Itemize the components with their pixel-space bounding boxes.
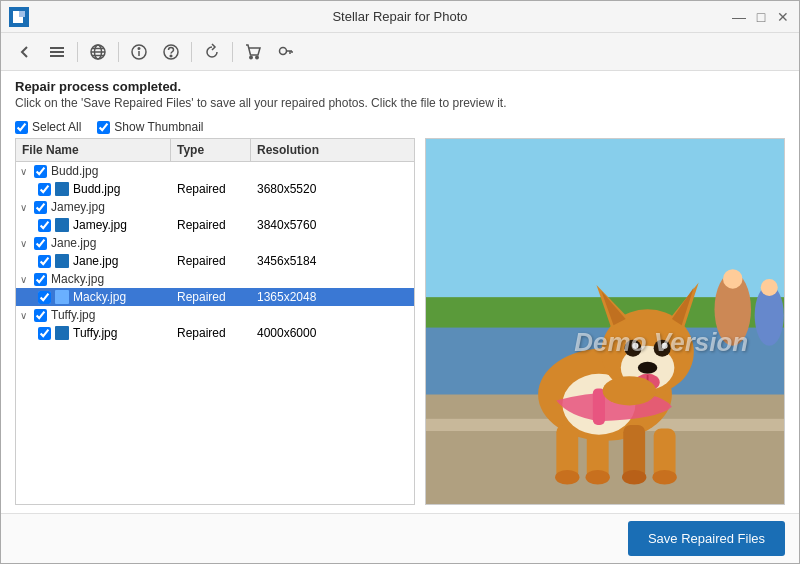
file-type: Repaired <box>171 182 251 196</box>
col-resolution: Resolution <box>251 139 351 161</box>
svg-point-14 <box>250 56 252 58</box>
file-type: Repaired <box>171 218 251 232</box>
file-icon <box>55 254 69 268</box>
window-controls: — □ ✕ <box>731 9 791 25</box>
file-icon <box>55 326 69 340</box>
show-thumbnail-label[interactable]: Show Thumbnail <box>97 120 203 134</box>
chevron-icon: ∨ <box>20 202 30 213</box>
file-resolution: 1365x2048 <box>251 290 351 304</box>
svg-point-15 <box>256 56 258 58</box>
group-checkbox[interactable] <box>34 165 47 178</box>
select-all-checkbox[interactable] <box>15 121 28 134</box>
svg-point-13 <box>170 55 172 57</box>
svg-point-46 <box>654 340 671 357</box>
group-row[interactable]: ∨ Budd.jpg <box>16 162 414 180</box>
file-resolution: 3840x5760 <box>251 218 351 232</box>
svg-point-48 <box>662 343 668 349</box>
group-name: Macky.jpg <box>51 272 104 286</box>
file-checkbox[interactable] <box>38 183 51 196</box>
file-name-cell: Budd.jpg <box>16 182 171 196</box>
file-name: Budd.jpg <box>73 182 120 196</box>
file-resolution: 3456x5184 <box>251 254 351 268</box>
file-checkbox[interactable] <box>38 291 51 304</box>
group-name: Budd.jpg <box>51 164 98 178</box>
group-name: Jamey.jpg <box>51 200 105 214</box>
file-row[interactable]: Jamey.jpg Repaired 3840x5760 <box>16 216 414 234</box>
minimize-button[interactable]: — <box>731 9 747 25</box>
chevron-icon: ∨ <box>20 310 30 321</box>
bottom-bar: Save Repaired Files <box>1 513 799 563</box>
file-list-header: File Name Type Resolution <box>16 139 414 162</box>
info-button[interactable] <box>125 38 153 66</box>
chevron-icon: ∨ <box>20 238 30 249</box>
maximize-button[interactable]: □ <box>753 9 769 25</box>
svg-point-36 <box>622 470 646 485</box>
group-checkbox[interactable] <box>34 201 47 214</box>
file-row-selected[interactable]: Macky.jpg Repaired 1365x2048 <box>16 288 414 306</box>
svg-point-53 <box>603 376 657 405</box>
chevron-icon: ∨ <box>20 166 30 177</box>
svg-point-45 <box>624 340 641 357</box>
group-row[interactable]: ∨ Tuffy.jpg <box>16 306 414 324</box>
svg-point-26 <box>723 269 742 288</box>
preview-image <box>426 139 784 504</box>
svg-point-16 <box>280 47 287 54</box>
group-checkbox[interactable] <box>34 309 47 322</box>
separator-3 <box>191 42 192 62</box>
menu-button[interactable] <box>43 38 71 66</box>
help-button[interactable] <box>157 38 185 66</box>
svg-point-49 <box>638 362 657 374</box>
file-row[interactable]: Jane.jpg Repaired 3456x5184 <box>16 252 414 270</box>
close-button[interactable]: ✕ <box>775 9 791 25</box>
file-row[interactable]: Budd.jpg Repaired 3680x5520 <box>16 180 414 198</box>
main-window: Stellar Repair for Photo — □ ✕ <box>0 0 800 564</box>
separator-4 <box>232 42 233 62</box>
svg-rect-2 <box>50 51 64 53</box>
file-name: Tuffy.jpg <box>73 326 117 340</box>
group-checkbox[interactable] <box>34 273 47 286</box>
file-checkbox[interactable] <box>38 327 51 340</box>
file-name: Jane.jpg <box>73 254 118 268</box>
group-row[interactable]: ∨ Jane.jpg <box>16 234 414 252</box>
file-name: Jamey.jpg <box>73 218 127 232</box>
group-name: Tuffy.jpg <box>51 308 95 322</box>
file-resolution: 3680x5520 <box>251 182 351 196</box>
col-type: Type <box>171 139 251 161</box>
group-checkbox[interactable] <box>34 237 47 250</box>
file-type: Repaired <box>171 326 251 340</box>
file-icon <box>55 182 69 196</box>
group-row[interactable]: ∨ Macky.jpg <box>16 270 414 288</box>
file-checkbox[interactable] <box>38 219 51 232</box>
file-name-cell: Macky.jpg <box>16 290 171 304</box>
key-button[interactable] <box>271 38 299 66</box>
file-list-body: ∨ Budd.jpg Budd.jpg Repaired 3680x5520 ∨ <box>16 162 414 504</box>
file-resolution: 4000x6000 <box>251 326 351 340</box>
title-bar: Stellar Repair for Photo — □ ✕ <box>1 1 799 33</box>
file-type: Repaired <box>171 254 251 268</box>
svg-point-34 <box>555 470 579 485</box>
svg-rect-1 <box>50 47 64 49</box>
file-icon <box>55 218 69 232</box>
show-thumbnail-checkbox[interactable] <box>97 121 110 134</box>
select-all-text: Select All <box>32 120 81 134</box>
group-name: Jane.jpg <box>51 236 96 250</box>
app-title: Stellar Repair for Photo <box>332 9 467 24</box>
file-name-cell: Jamey.jpg <box>16 218 171 232</box>
show-thumbnail-text: Show Thumbnail <box>114 120 203 134</box>
svg-point-11 <box>138 47 140 49</box>
refresh-button[interactable] <box>198 38 226 66</box>
file-checkbox[interactable] <box>38 255 51 268</box>
back-button[interactable] <box>11 38 39 66</box>
cart-button[interactable] <box>239 38 267 66</box>
file-row[interactable]: Tuffy.jpg Repaired 4000x6000 <box>16 324 414 342</box>
file-icon <box>55 290 69 304</box>
file-name: Macky.jpg <box>73 290 126 304</box>
group-row[interactable]: ∨ Jamey.jpg <box>16 198 414 216</box>
select-all-label[interactable]: Select All <box>15 120 81 134</box>
toolbar <box>1 33 799 71</box>
save-repaired-button[interactable]: Save Repaired Files <box>628 521 785 556</box>
app-logo <box>9 7 29 27</box>
globe-button[interactable] <box>84 38 112 66</box>
main-content: File Name Type Resolution ∨ Budd.jpg Bud… <box>1 138 799 513</box>
svg-point-28 <box>761 279 778 296</box>
